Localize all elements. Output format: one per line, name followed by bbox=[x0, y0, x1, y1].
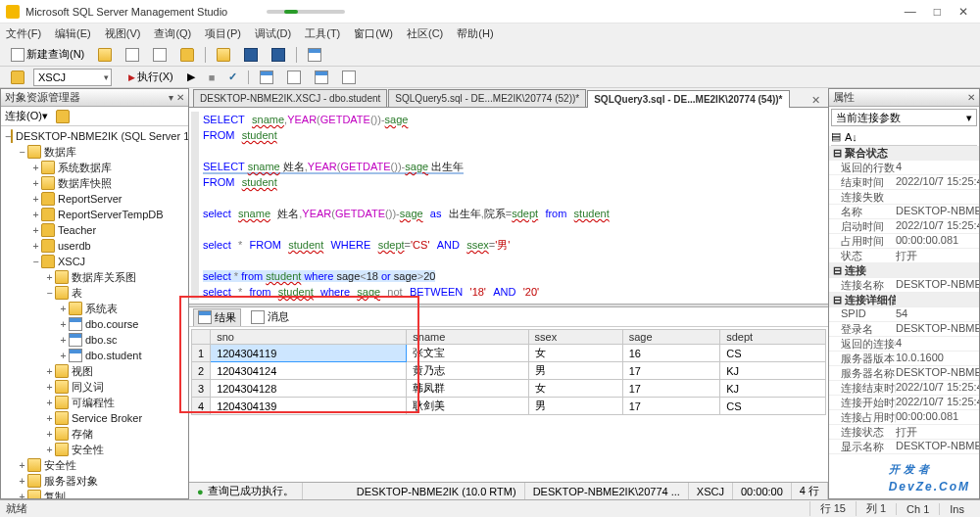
folder-icon bbox=[69, 302, 82, 315]
tool-btn[interactable] bbox=[121, 45, 144, 65]
messages-tab[interactable]: 消息 bbox=[247, 308, 293, 326]
debug-button[interactable]: ▶ bbox=[182, 68, 200, 87]
object-tree[interactable]: −DESKTOP-NBME2IK (SQL Server 10.0.160 −数… bbox=[1, 126, 188, 498]
tool-open[interactable] bbox=[93, 45, 117, 65]
document-area: DESKTOP-NBME2IK.XSCJ - dbo.student SQLQu… bbox=[189, 88, 828, 499]
app-title: Microsoft SQL Server Management Studio bbox=[25, 6, 227, 18]
object-explorer-panel: 对象资源管理器▾ ✕ 连接(O)▾ −DESKTOP-NBME2IK (SQL … bbox=[0, 88, 189, 499]
connect-icon[interactable] bbox=[56, 110, 70, 123]
connect-dropdown[interactable]: 连接(O)▾ bbox=[5, 109, 48, 123]
pin-icon[interactable]: ✕ bbox=[967, 92, 975, 103]
table-icon bbox=[69, 333, 82, 347]
code-content: SELECT sname,YEAR(GETDATE())-sage FROM s… bbox=[203, 112, 610, 300]
execute-button[interactable]: 执行(X) bbox=[123, 69, 178, 86]
folder-icon bbox=[55, 270, 69, 284]
maximize-button[interactable]: □ bbox=[934, 5, 941, 19]
table-icon bbox=[69, 317, 82, 331]
properties-panel: 属性✕ 当前连接参数▾ ▤ A↓ ⊟ 聚合状态 返回的行数4 结束时间2022/… bbox=[828, 88, 980, 499]
new-query-button[interactable]: 新建查询(N) bbox=[6, 45, 89, 65]
results-panel: 结果 消息 snosnamessexsagesdept 11204304119张… bbox=[189, 307, 828, 499]
status-ok: 查询已成功执行。 bbox=[189, 483, 303, 499]
folder-icon bbox=[41, 176, 55, 190]
properties-selector[interactable]: 当前连接参数▾ bbox=[831, 109, 977, 126]
folder-icon bbox=[41, 161, 55, 174]
folder-icon bbox=[55, 364, 69, 378]
menu-help[interactable]: 帮助(H) bbox=[457, 26, 493, 41]
message-icon bbox=[251, 310, 265, 324]
menu-file[interactable]: 文件(F) bbox=[6, 26, 41, 41]
folder-icon bbox=[55, 411, 69, 425]
close-button[interactable]: ✕ bbox=[958, 5, 968, 19]
database-icon bbox=[41, 255, 55, 268]
tab-table-designer[interactable]: DESKTOP-NBME2IK.XSCJ - dbo.student bbox=[193, 89, 387, 107]
menu-window[interactable]: 窗口(W) bbox=[354, 26, 393, 41]
folder-icon bbox=[27, 458, 41, 472]
tool-change-conn[interactable] bbox=[6, 68, 29, 87]
minimize-button[interactable]: — bbox=[905, 5, 916, 19]
app-icon bbox=[6, 5, 20, 19]
database-selector[interactable]: XSCJ bbox=[33, 69, 112, 86]
tool-btn[interactable] bbox=[175, 45, 199, 65]
table-row: 31204304128韩凤群女17KJ bbox=[192, 380, 826, 398]
pin-icon[interactable]: ▾ ✕ bbox=[169, 92, 184, 103]
parse-button[interactable] bbox=[223, 68, 242, 87]
menu-query[interactable]: 查询(Q) bbox=[154, 26, 191, 41]
table-row: 11204304119张文宝女16CS bbox=[192, 345, 826, 362]
menu-project[interactable]: 项目(P) bbox=[205, 26, 241, 41]
menu-edit[interactable]: 编辑(E) bbox=[55, 26, 91, 41]
document-tabs: DESKTOP-NBME2IK.XSCJ - dbo.student SQLQu… bbox=[189, 88, 828, 108]
sql-toolbar: XSCJ 执行(X) ▶ ■ bbox=[0, 67, 980, 88]
table-row: 41204304139耿剑美男17CS bbox=[192, 398, 826, 415]
progress-indicator bbox=[267, 10, 345, 14]
stop-button[interactable]: ■ bbox=[204, 68, 220, 87]
title-bar: Microsoft SQL Server Management Studio —… bbox=[0, 0, 980, 24]
tool-btn[interactable] bbox=[282, 68, 306, 87]
editor-gutter bbox=[191, 112, 199, 300]
folder-icon bbox=[55, 396, 69, 409]
tab-query5[interactable]: SQLQuery5.sql - DE...ME2IK\20774 (52))* bbox=[388, 89, 586, 107]
tool-btn[interactable] bbox=[255, 68, 278, 87]
tool-activity[interactable] bbox=[303, 45, 326, 65]
results-tab[interactable]: 结果 bbox=[193, 308, 241, 326]
database-icon bbox=[41, 192, 55, 206]
folder-icon bbox=[27, 490, 41, 498]
menu-view[interactable]: 视图(V) bbox=[105, 26, 141, 41]
tool-btn[interactable] bbox=[337, 68, 361, 87]
database-icon bbox=[41, 223, 55, 237]
tool-btn[interactable] bbox=[310, 68, 333, 87]
status-ch: Ch 1 bbox=[896, 503, 939, 515]
status-line: 行 15 bbox=[809, 501, 856, 516]
alpha-icon[interactable]: A↓ bbox=[845, 131, 858, 143]
tool-open-file[interactable] bbox=[212, 45, 235, 65]
tool-save-all[interactable] bbox=[267, 45, 290, 65]
status-col: 列 1 bbox=[856, 501, 896, 516]
sql-editor[interactable]: SELECT sname,YEAR(GETDATE())-sage FROM s… bbox=[189, 108, 828, 304]
tab-close-icon[interactable]: ✕ bbox=[808, 94, 824, 107]
menu-community[interactable]: 社区(C) bbox=[407, 26, 443, 41]
table-row: 21204304124黄乃志男17KJ bbox=[192, 362, 826, 380]
folder-icon bbox=[55, 286, 69, 300]
properties-title: 属性 bbox=[833, 90, 855, 105]
server-icon bbox=[11, 129, 13, 143]
database-icon bbox=[41, 208, 55, 221]
folder-icon bbox=[27, 474, 41, 488]
folder-icon bbox=[55, 380, 69, 394]
results-grid[interactable]: snosnamessexsagesdept 11204304119张文宝女16C… bbox=[191, 329, 826, 415]
folder-icon bbox=[55, 427, 69, 441]
categorize-icon[interactable]: ▤ bbox=[831, 130, 841, 143]
object-explorer-title: 对象资源管理器 bbox=[5, 90, 80, 105]
tool-btn[interactable] bbox=[148, 45, 172, 65]
status-ready: 就绪 bbox=[6, 501, 27, 516]
grid-icon bbox=[198, 310, 212, 324]
menu-tools[interactable]: 工具(T) bbox=[305, 26, 340, 41]
database-icon bbox=[41, 239, 55, 253]
status-bar: 就绪 行 15 列 1 Ch 1 Ins bbox=[0, 499, 980, 517]
menu-debug[interactable]: 调试(D) bbox=[255, 26, 291, 41]
properties-grid[interactable]: ⊟ 聚合状态 返回的行数4 结束时间2022/10/7 15:25:40 连接失… bbox=[829, 146, 979, 498]
tool-save[interactable] bbox=[239, 45, 263, 65]
table-icon bbox=[69, 349, 82, 362]
tab-query3[interactable]: SQLQuery3.sql - DE...ME2IK\20774 (54))* bbox=[587, 90, 789, 108]
folder-icon bbox=[55, 443, 69, 456]
folder-icon bbox=[27, 145, 41, 159]
standard-toolbar: 新建查询(N) bbox=[0, 43, 980, 67]
